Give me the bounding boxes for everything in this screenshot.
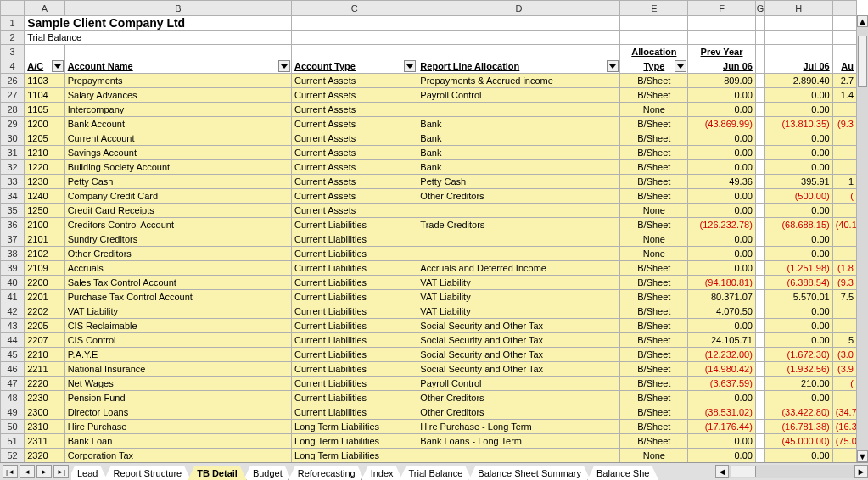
row-header-26[interactable]: 26 <box>1 74 25 88</box>
cell-ac[interactable]: 2100 <box>25 218 64 232</box>
cell-aug[interactable] <box>832 160 856 175</box>
cell-allocation[interactable]: B/Sheet <box>620 146 688 160</box>
cell-account-name[interactable]: Credit Card Receipts <box>64 204 291 218</box>
cell-account-name[interactable]: Purchase Tax Control Account <box>64 290 291 304</box>
col-header-D[interactable]: D <box>417 1 620 16</box>
cell-account-name[interactable]: Net Wages <box>64 377 291 391</box>
cell-report-line[interactable]: Social Security and Other Tax <box>417 319 620 333</box>
cell-account-type[interactable]: Current Assets <box>292 175 417 189</box>
cell-report-line[interactable] <box>417 103 620 117</box>
scroll-down-btn[interactable]: ▼ <box>857 450 868 462</box>
row-header-30[interactable]: 30 <box>1 131 25 146</box>
cell-jun06[interactable]: 49.36 <box>688 175 756 189</box>
cell-report-line[interactable]: Trade Creditors <box>417 218 620 232</box>
cell-allocation[interactable]: B/Sheet <box>620 261 688 276</box>
cell-jun06[interactable]: (126.232.78) <box>688 218 756 232</box>
row-header-48[interactable]: 48 <box>1 391 25 405</box>
cell-jun06[interactable]: 24.105.71 <box>688 333 756 348</box>
cell-aug[interactable] <box>832 204 856 218</box>
cell-account-type[interactable]: Current Assets <box>292 117 417 131</box>
row-header-32[interactable]: 32 <box>1 160 25 175</box>
row-header-42[interactable]: 42 <box>1 304 25 319</box>
cell-account-type[interactable]: Current Liabilities <box>292 377 417 391</box>
prev-year-header[interactable]: Prev Year <box>688 45 756 59</box>
cell-account-type[interactable]: Current Liabilities <box>292 333 417 348</box>
filter-dropdown-icon[interactable] <box>607 60 619 72</box>
cell-ac[interactable]: 1230 <box>25 175 64 189</box>
cell-account-type[interactable]: Current Assets <box>292 189 417 204</box>
tab-first-btn[interactable]: |◄ <box>3 465 18 478</box>
cell-account-type[interactable]: Current Liabilities <box>292 304 417 319</box>
cell-account-name[interactable]: Creditors Control Account <box>64 218 291 232</box>
spreadsheet-grid[interactable]: A B C D E F G H 1 Sample Client Company … <box>0 0 868 462</box>
cell-jul06[interactable]: (1.672.30) <box>764 348 832 362</box>
vscroll-thumb[interactable] <box>858 36 867 87</box>
filter-type[interactable]: Type <box>620 59 688 74</box>
cell-jul06[interactable]: 0.00 <box>764 232 832 247</box>
cell-allocation[interactable]: B/Sheet <box>620 117 688 131</box>
cell-jul06[interactable]: (13.810.35) <box>764 117 832 131</box>
vertical-scrollbar[interactable]: ▲ ▼ <box>857 15 868 462</box>
cell-allocation[interactable]: B/Sheet <box>620 189 688 204</box>
cell-ac[interactable]: 1240 <box>25 189 64 204</box>
horizontal-scrollbar[interactable]: ◄ ► <box>715 465 868 478</box>
cell-aug[interactable]: (3.9 <box>832 362 856 377</box>
cell-jul06[interactable]: 0.00 <box>764 391 832 405</box>
cell-report-line[interactable]: VAT Liability <box>417 276 620 290</box>
cell-allocation[interactable]: B/Sheet <box>620 391 688 405</box>
cell-account-type[interactable]: Current Assets <box>292 131 417 146</box>
row-header-3[interactable]: 3 <box>1 45 25 59</box>
cell-aug[interactable] <box>832 146 856 160</box>
cell-account-type[interactable]: Current Liabilities <box>292 362 417 377</box>
cell-account-name[interactable]: Accruals <box>64 261 291 276</box>
cell-jun06[interactable]: 4.070.50 <box>688 304 756 319</box>
cell-account-type[interactable]: Current Liabilities <box>292 319 417 333</box>
row-header-40[interactable]: 40 <box>1 276 25 290</box>
sheet-tab[interactable]: TB Detail <box>188 466 247 481</box>
vscroll-track[interactable] <box>857 27 868 450</box>
cell-jun06[interactable]: 0.00 <box>688 449 756 463</box>
cell-account-name[interactable]: Savings Account <box>64 146 291 160</box>
cell-aug[interactable] <box>832 391 856 405</box>
cell-account-name[interactable]: Petty Cash <box>64 175 291 189</box>
sheet-tab[interactable]: Balance She <box>587 466 658 481</box>
cell-account-type[interactable]: Current Liabilities <box>292 348 417 362</box>
hscroll-track[interactable] <box>729 465 854 478</box>
cell-allocation[interactable]: B/Sheet <box>620 405 688 420</box>
cell-report-line[interactable]: Bank Loans - Long Term <box>417 434 620 449</box>
cell-account-type[interactable]: Current Liabilities <box>292 405 417 420</box>
row-header-38[interactable]: 38 <box>1 247 25 261</box>
sheet-tab[interactable]: Trial Balance <box>400 466 473 481</box>
cell-report-line[interactable]: Social Security and Other Tax <box>417 333 620 348</box>
cell-aug[interactable]: (3.0 <box>832 348 856 362</box>
cell-report-line[interactable] <box>417 232 620 247</box>
sheet-tab[interactable]: Report Structure <box>104 466 191 481</box>
cell-account-type[interactable]: Current Assets <box>292 160 417 175</box>
cell-ac[interactable]: 2211 <box>25 362 64 377</box>
cell-jun06[interactable]: 0.00 <box>688 204 756 218</box>
cell-allocation[interactable]: B/Sheet <box>620 276 688 290</box>
cell-report-line[interactable]: Bank <box>417 131 620 146</box>
col-header-G[interactable]: G <box>755 1 764 16</box>
cell-report-line[interactable]: Social Security and Other Tax <box>417 348 620 362</box>
cell-aug[interactable] <box>832 449 856 463</box>
cell-jun06[interactable]: 80.371.07 <box>688 290 756 304</box>
cell-jun06[interactable]: 809.09 <box>688 74 756 88</box>
cell-ac[interactable]: 1200 <box>25 117 64 131</box>
cell-ac[interactable]: 2207 <box>25 333 64 348</box>
cell-ac[interactable]: 2220 <box>25 377 64 391</box>
sheet-tab[interactable]: Reforecasting <box>288 466 365 481</box>
cell-jun06[interactable]: 0.00 <box>688 189 756 204</box>
cell-jun06[interactable]: 0.00 <box>688 391 756 405</box>
cell-jul06[interactable]: 0.00 <box>764 131 832 146</box>
col-header-E[interactable]: E <box>620 1 688 16</box>
cell-jul06[interactable]: 0.00 <box>764 204 832 218</box>
cell-ac[interactable]: 1103 <box>25 74 64 88</box>
cell-jun06[interactable]: (38.531.02) <box>688 405 756 420</box>
cell-ac[interactable]: 1220 <box>25 160 64 175</box>
tab-prev-btn[interactable]: ◄ <box>20 465 35 478</box>
cell-account-type[interactable]: Current Assets <box>292 204 417 218</box>
cell-ac[interactable]: 2109 <box>25 261 64 276</box>
filter-account-type[interactable]: Account Type <box>292 59 417 74</box>
cell-aug[interactable]: 5 <box>832 333 856 348</box>
